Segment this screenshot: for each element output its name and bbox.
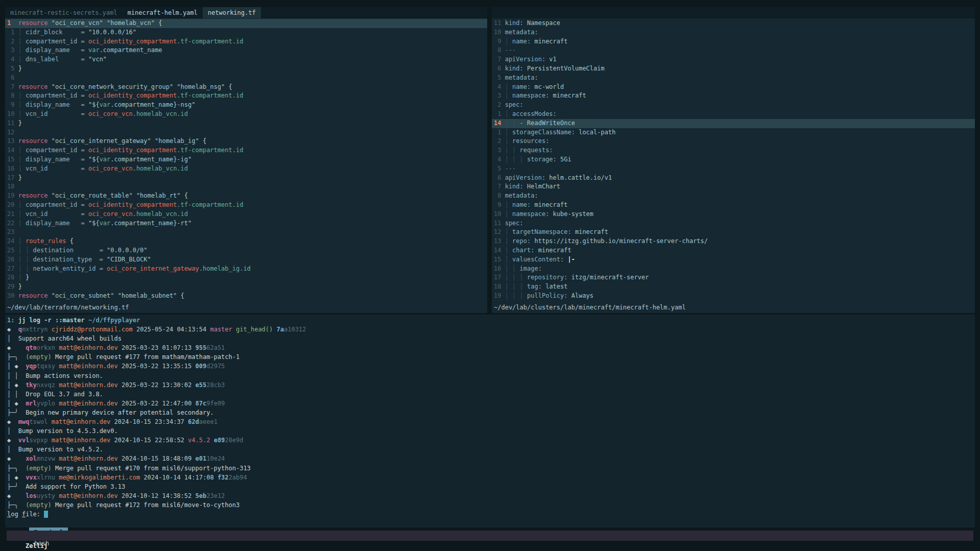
editor-split-minecraft-helm-yaml[interactable]: 11kind: Namespace10metadata:9│ name: min… — [492, 18, 975, 313]
code-line[interactable]: 20│ compartment_id = oci_identity_compar… — [5, 201, 487, 210]
line-number: 1 — [492, 110, 501, 119]
line-number: 9 — [5, 101, 14, 110]
text-segment: resource — [18, 83, 48, 90]
text-segment: matt@einhorn.dev — [59, 381, 118, 389]
code-line[interactable]: 1│ storageClassName: local-path — [492, 128, 975, 137]
code-line[interactable]: 23 — [5, 228, 487, 237]
text-segment: "CIDR_BLOCK" — [107, 256, 151, 263]
code-line[interactable]: 6apiVersion: helm.cattle.io/v1 — [492, 174, 975, 183]
code-line[interactable]: 14│ chart: minecraft — [492, 246, 975, 255]
text-segment: 2025-03-22 12:47:00 — [122, 400, 192, 407]
code-line[interactable]: 22│ display_name = "${var.compartment_na… — [5, 219, 487, 228]
text-segment — [47, 292, 51, 299]
code-line[interactable]: 7resource "oci_core_network_security_gro… — [5, 83, 487, 92]
code-line[interactable]: 1│ cidr_block = "10.0.0.0/16" — [5, 28, 487, 37]
text-segment: apiVersion — [505, 56, 542, 63]
code-line[interactable]: 9│ name: minecraft — [492, 37, 975, 46]
text-segment — [48, 326, 52, 333]
code-line[interactable]: 17} — [5, 174, 487, 183]
buffer-tab-minecraft-restic-secrets-yaml[interactable]: minecraft-restic-secrets.yaml — [5, 7, 123, 18]
code-line[interactable]: 5--- — [492, 164, 975, 174]
code-line[interactable]: 5} — [5, 64, 487, 74]
code-line[interactable]: 16│ │ image: — [492, 265, 975, 274]
text-segment: │ — [18, 165, 26, 172]
code-line[interactable]: 24│ route_rules { — [5, 237, 487, 246]
code-line[interactable]: 11spec: — [492, 219, 975, 228]
text-segment: │ — [505, 256, 512, 263]
code-line[interactable]: 17│ │ │ repository: itzg/minecraft-serve… — [492, 273, 975, 282]
code-line[interactable]: 2spec: — [492, 101, 975, 110]
code-line[interactable]: 13│ repo: https://itzg.github.io/minecra… — [492, 237, 975, 246]
code-line[interactable]: 8metadata: — [492, 191, 975, 201]
text-segment: "homelab_nsg" — [177, 83, 225, 90]
editor-split-networking-tf[interactable]: 1resource "oci_core_vcn" "homelab_vcn" {… — [5, 18, 487, 313]
text-segment: "oci_core_internet_gateway" — [52, 137, 151, 145]
text-segment: ├─╯ — [7, 409, 26, 416]
code-line[interactable]: 3│ display_name = var.compartment_name — [5, 46, 487, 55]
text-segment — [70, 101, 81, 108]
code-line[interactable]: 6 — [5, 74, 487, 83]
text-segment: "homelab_rt" — [136, 192, 181, 199]
text-segment: cidr_block — [26, 29, 62, 36]
code-line[interactable]: 19resource "oci_core_route_table" "homel… — [5, 191, 487, 201]
code-line[interactable]: 18 — [5, 182, 487, 191]
text-segment: https://itzg.github.io/minecraft-server-… — [534, 237, 708, 245]
split-divider[interactable] — [487, 7, 492, 313]
code-line[interactable]: 19│ │ │ pullPolicy: Always — [492, 292, 975, 301]
code-line[interactable]: 12│ targetNamespace: minecraft — [492, 228, 975, 237]
code-line[interactable]: 3│ │ requests: — [492, 146, 975, 155]
code-line[interactable]: 7apiVersion: v1 — [492, 55, 975, 64]
code-line[interactable]: 11} — [5, 119, 487, 128]
code-line[interactable]: 29} — [5, 282, 487, 292]
code-line[interactable]: 25│ │ destination = "0.0.0.0/0" — [5, 246, 487, 255]
text-segment: resource — [18, 192, 48, 199]
code-line[interactable]: 10metadata: — [492, 28, 975, 37]
code-line[interactable]: 15│ display_name = "${var.compartment_na… — [5, 155, 487, 164]
text-segment: apiVersion — [505, 174, 542, 181]
code-line[interactable]: 4│ dns_label = "vcn" — [5, 55, 487, 64]
code-line[interactable]: 14│ compartment_id = oci_identity_compar… — [5, 146, 487, 155]
code-line[interactable]: 27│ │ network_entity_id = oci_core_inter… — [5, 265, 487, 274]
code-line[interactable]: 12 — [5, 128, 487, 137]
code-line[interactable]: 15│ valuesContent: |- — [492, 255, 975, 265]
jj-log-line: ◆ losuysty matt@einhorn.dev 2024-10-12 1… — [7, 491, 975, 500]
code-line-cursor[interactable]: 1resource "oci_core_vcn" "homelab_vcn" { — [5, 19, 487, 28]
code-line[interactable]: 7kind: HelmChart — [492, 182, 975, 191]
text-segment: ReadWriteOnce — [527, 119, 575, 127]
code-line[interactable]: 4│ │ │ storage: 5Gi — [492, 155, 975, 164]
code-line[interactable]: 8│ compartment_id = oci_identity_compart… — [5, 91, 487, 101]
code-line[interactable]: 9│ name: minecraft — [492, 201, 975, 210]
code-line[interactable]: 1│ accessModes: — [492, 110, 975, 119]
text-segment: "oci_core_route_table" — [52, 192, 133, 199]
code-line[interactable]: 30resource "oci_core_subnet" "homelab_su… — [5, 292, 487, 301]
code-line[interactable]: 11kind: Namespace — [492, 19, 975, 28]
code-line[interactable]: 13resource "oci_core_internet_gateway" "… — [5, 137, 487, 146]
code-line[interactable]: 9│ display_name = "${var.compartment_nam… — [5, 101, 487, 110]
code-line[interactable]: 26│ │ destination_type = "CIDR_BLOCK" — [5, 255, 487, 265]
text-segment: (empty) — [26, 353, 52, 361]
code-line[interactable]: 5metadata: — [492, 74, 975, 83]
terminal-pane[interactable]: 1: jj log -r ::master ~/d/ffpyplayer◆ qm… — [5, 315, 975, 528]
text-segment: display_name — [26, 46, 70, 54]
code-line[interactable]: 4│ name: mc-world — [492, 83, 975, 92]
code-line[interactable]: 10│ vcn_id = oci_core_vcn.homelab_vcn.id — [5, 110, 487, 119]
code-line[interactable]: 2│ compartment_id = oci_identity_compart… — [5, 37, 487, 46]
code-line[interactable]: 2│ resources: — [492, 137, 975, 146]
code-line-cursor[interactable]: 14│ │ - ReadWriteOnce — [492, 119, 975, 128]
code-line[interactable]: 10│ namespace: kube-system — [492, 210, 975, 219]
code-line[interactable]: 16│ vcn_id = oci_core_vcn.homelab_vcn.id — [5, 164, 487, 174]
text-segment: : — [545, 137, 549, 145]
text-segment: { — [177, 292, 184, 299]
code-line[interactable]: 3│ namespace: minecraft — [492, 91, 975, 101]
text-segment: route_rules — [26, 237, 66, 245]
text-segment: = — [81, 165, 88, 172]
buffer-tab-networking-tf[interactable]: networking.tf — [203, 7, 261, 18]
code-line[interactable]: 28│ } — [5, 273, 487, 282]
helix-editor-pane[interactable]: minecraft-restic-secrets.yamlminecraft-h… — [5, 7, 975, 313]
code-line[interactable]: 18│ │ │ tag: latest — [492, 282, 975, 292]
code-line[interactable]: 6kind: PersistentVolumeClaim — [492, 64, 975, 74]
text-segment: │ │ — [505, 147, 520, 154]
code-line[interactable]: 21│ vcn_id = oci_core_vcn.homelab_vcn.id — [5, 210, 487, 219]
buffer-tab-minecraft-helm-yaml[interactable]: minecraft-helm.yaml — [123, 7, 203, 18]
code-line[interactable]: 8--- — [492, 46, 975, 55]
